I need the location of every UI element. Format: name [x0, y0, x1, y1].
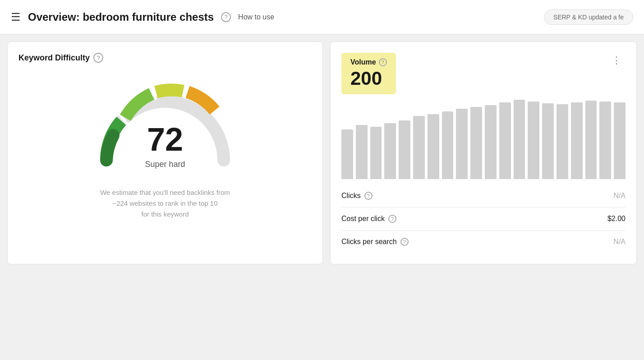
clicks-help-icon[interactable]: ?: [364, 192, 373, 200]
how-to-use-link[interactable]: How to use: [238, 13, 274, 21]
gauge-description: We estimate that you'll need backlinks f…: [100, 187, 230, 220]
kd-card-title: Keyword Difficulty: [18, 53, 90, 63]
cpc-help-icon[interactable]: ?: [388, 215, 396, 223]
cps-label-row: Clicks per search ?: [341, 238, 409, 246]
volume-label-row: Volume ?: [350, 58, 387, 66]
chart-bar: [370, 127, 382, 179]
volume-bar-chart: [341, 100, 626, 181]
serp-badge: SERP & KD updated a fe: [544, 9, 633, 25]
cps-label: Clicks per search: [341, 238, 397, 246]
cpc-label: Cost per click: [341, 215, 385, 223]
chart-bar: [456, 109, 468, 179]
volume-label: Volume: [350, 58, 376, 66]
keyword-difficulty-card: Keyword Difficulty ?: [7, 42, 323, 264]
header: ☰ Overview: bedroom furniture chests ? H…: [0, 0, 644, 34]
volume-card: Volume ? 200 ⋮ Clicks ? N/A Cost per cli…: [330, 42, 637, 264]
page-title: Overview: bedroom furniture chests: [28, 11, 214, 23]
gauge-container: 72 Super hard: [88, 74, 242, 174]
chart-bar: [442, 111, 454, 179]
chart-bar: [413, 116, 425, 179]
chart-bar: [585, 101, 597, 179]
chart-bar: [399, 120, 410, 179]
chart-bar: [557, 104, 568, 179]
volume-card-header: Volume ? 200 ⋮: [341, 53, 626, 94]
more-options-icon[interactable]: ⋮: [608, 53, 626, 68]
cps-row: Clicks per search ? N/A: [341, 231, 626, 253]
chart-bar: [528, 102, 539, 179]
chart-bar: [470, 107, 482, 179]
chart-bar: [571, 102, 583, 179]
chart-bar: [499, 102, 511, 179]
cps-help-icon[interactable]: ?: [400, 238, 409, 246]
main-content: Keyword Difficulty ?: [0, 34, 644, 272]
chart-bar: [514, 100, 525, 179]
chart-bar: [542, 103, 554, 179]
clicks-value: N/A: [613, 192, 626, 200]
clicks-row: Clicks ? N/A: [341, 185, 626, 208]
gauge-difficulty-label: Super hard: [145, 160, 185, 169]
chart-bar: [485, 105, 497, 179]
cpc-row: Cost per click ? $2.00: [341, 208, 626, 231]
chart-bar: [599, 102, 611, 179]
gauge-score: 72: [147, 123, 183, 156]
chart-bar: [356, 125, 368, 179]
chart-bar: [384, 123, 396, 179]
volume-help-icon[interactable]: ?: [379, 58, 387, 66]
cps-value: N/A: [613, 238, 626, 246]
kd-help-icon[interactable]: ?: [93, 53, 103, 63]
cpc-label-row: Cost per click ?: [341, 215, 396, 223]
header-help-icon[interactable]: ?: [221, 12, 231, 22]
volume-value: 200: [350, 68, 387, 89]
cpc-value: $2.00: [607, 215, 626, 223]
clicks-label-row: Clicks ?: [341, 192, 373, 200]
volume-box: Volume ? 200: [341, 53, 396, 94]
clicks-label: Clicks: [341, 192, 361, 200]
chart-bar: [428, 114, 439, 179]
chart-bar: [614, 102, 626, 179]
chart-bar: [341, 129, 353, 179]
card-header: Keyword Difficulty ?: [18, 53, 103, 63]
hamburger-icon[interactable]: ☰: [11, 11, 21, 23]
